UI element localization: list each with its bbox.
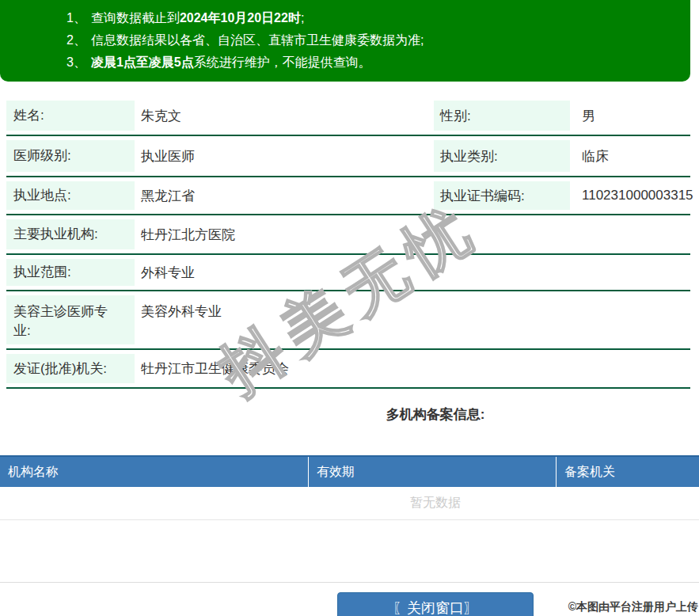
filing-table-header: 机构名称 有效期 备案机关 bbox=[0, 455, 699, 487]
notice-line-1: 1、查询数据截止到2024年10月20日22时; bbox=[66, 7, 682, 29]
doctor-license-result-page: 1、查询数据截止到2024年10月20日22时; 2、信息数据结果以各省、自治区… bbox=[0, 0, 699, 616]
practice-category-value: 临床 bbox=[570, 136, 690, 176]
main-institution-label: 主要执业机构: bbox=[6, 219, 135, 249]
name-label: 姓名: bbox=[6, 101, 135, 131]
practice-scope-value: 外科专业 bbox=[135, 255, 690, 290]
filing-table: 机构名称 有效期 备案机关 暂无数据 bbox=[0, 455, 699, 520]
name-value: 朱克文 bbox=[135, 97, 434, 135]
doctor-info-table: 姓名: 朱克文 性别: 男 医师级别: 执业医师 执业类别: 临床 执业地点: … bbox=[0, 97, 690, 389]
close-window-button[interactable]: 〖关闭窗口〗 bbox=[337, 592, 534, 616]
doctor-level-label: 医师级别: bbox=[6, 140, 135, 172]
column-header-validity-period: 有效期 bbox=[309, 457, 557, 487]
filing-section: 多机构备案信息: 机构名称 有效期 备案机关 暂无数据 〖关闭窗口〗 bbox=[0, 405, 699, 616]
filing-section-title: 多机构备案信息: bbox=[0, 405, 699, 424]
table-row-name-gender: 姓名: 朱克文 性别: 男 bbox=[6, 97, 690, 136]
main-institution-value: 牡丹江北方医院 bbox=[135, 215, 690, 253]
practice-location-value: 黑龙江省 bbox=[135, 177, 434, 214]
issuing-authority-label: 发证(批准)机关: bbox=[6, 354, 135, 383]
notice-line-2: 2、信息数据结果以各省、自治区、直辖市卫生健康委数据为准; bbox=[66, 29, 682, 51]
table-row-issuing-authority: 发证(批准)机关: 牡丹江市卫生健康委员会 bbox=[6, 350, 690, 389]
practice-scope-label: 执业范围: bbox=[6, 259, 135, 286]
certificate-no-label: 执业证书编码: bbox=[434, 181, 570, 210]
column-header-filing-authority: 备案机关 bbox=[557, 457, 699, 487]
notice-banner: 1、查询数据截止到2024年10月20日22时; 2、信息数据结果以各省、自治区… bbox=[0, 0, 690, 82]
table-row-location-certno: 执业地点: 黑龙江省 执业证书编码: 110231000003315 bbox=[6, 177, 690, 215]
table-row-practice-scope: 执业范围: 外科专业 bbox=[6, 255, 690, 291]
table-row-cosmetic-specialty: 美容主诊医师专业: 美容外科专业 bbox=[6, 291, 690, 350]
cosmetic-specialty-label: 美容主诊医师专业: bbox=[6, 295, 135, 344]
no-data-message: 暂无数据 bbox=[0, 487, 699, 520]
uploader-watermark: ©本图由平台注册用户上传 bbox=[568, 600, 698, 614]
practice-location-label: 执业地点: bbox=[6, 181, 135, 210]
cosmetic-specialty-value: 美容外科专业 bbox=[135, 291, 690, 348]
issuing-authority-value: 牡丹江市卫生健康委员会 bbox=[135, 350, 690, 387]
table-row-level-category: 医师级别: 执业医师 执业类别: 临床 bbox=[6, 136, 690, 177]
practice-category-label: 执业类别: bbox=[434, 140, 570, 172]
table-row-main-institution: 主要执业机构: 牡丹江北方医院 bbox=[6, 215, 690, 255]
certificate-no-value: 110231000003315 bbox=[570, 177, 693, 214]
doctor-level-value: 执业医师 bbox=[135, 136, 434, 176]
notice-line-3: 3、凌晨1点至凌晨5点系统进行维护，不能提供查询。 bbox=[66, 51, 682, 74]
gender-label: 性别: bbox=[434, 101, 570, 131]
gender-value: 男 bbox=[570, 97, 690, 135]
column-header-institution-name: 机构名称 bbox=[0, 457, 309, 487]
